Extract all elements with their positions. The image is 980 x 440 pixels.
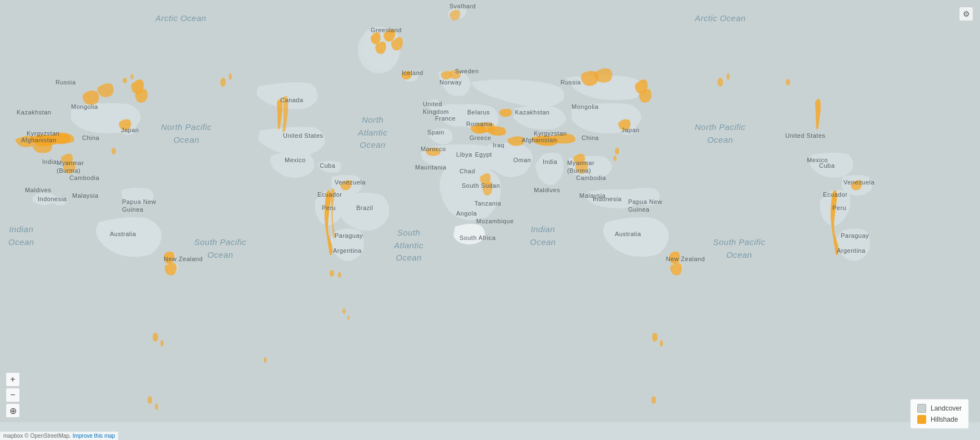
svg-point-22 — [726, 73, 730, 80]
svg-point-11 — [264, 357, 267, 363]
svg-point-20 — [130, 74, 134, 79]
svg-point-3 — [53, 197, 67, 206]
svg-point-5 — [330, 270, 334, 277]
svg-point-16 — [651, 396, 656, 404]
landcover-swatch — [917, 404, 926, 413]
hillshade-swatch — [917, 415, 926, 424]
reset-icon: ⊕ — [9, 406, 17, 416]
zoom-in-button[interactable]: + — [6, 372, 20, 387]
zoom-out-button[interactable]: − — [6, 388, 20, 402]
svg-point-17 — [220, 78, 226, 87]
svg-point-9 — [153, 333, 158, 342]
svg-rect-4 — [0, 422, 980, 440]
legend-item-hillshade: Hillshade — [917, 415, 962, 424]
settings-icon: ⚙ — [963, 9, 970, 18]
svg-point-2 — [32, 193, 57, 205]
svg-point-25 — [613, 156, 617, 161]
svg-point-12 — [148, 396, 152, 404]
attribution: mapbox © OpenStreetMap. Improve this map — [0, 432, 118, 440]
svg-point-26 — [112, 148, 116, 154]
legend-item-landcover: Landcover — [917, 404, 962, 413]
legend: Landcover Hillshade — [910, 399, 969, 429]
map-svg — [0, 0, 980, 440]
svg-point-7 — [342, 308, 346, 314]
svg-point-10 — [160, 340, 164, 347]
map-container: Arctic Ocean North PacificOcean South Pa… — [0, 0, 980, 440]
svg-point-19 — [123, 78, 127, 83]
landcover-label: Landcover — [931, 404, 962, 412]
svg-point-14 — [652, 333, 658, 342]
settings-button[interactable]: ⚙ — [959, 7, 973, 21]
svg-point-8 — [347, 316, 350, 320]
svg-point-23 — [786, 79, 790, 86]
map-controls: + − ⊕ — [6, 372, 20, 418]
zoom-in-icon: + — [10, 374, 15, 384]
zoom-out-icon: − — [10, 390, 15, 400]
improve-map-link[interactable]: Improve this map — [73, 433, 115, 439]
svg-point-6 — [338, 272, 341, 278]
svg-point-18 — [229, 73, 232, 80]
hillshade-label: Hillshade — [931, 416, 958, 423]
svg-point-13 — [155, 403, 158, 410]
attribution-text: mapbox © OpenStreetMap. — [3, 433, 73, 439]
svg-point-15 — [660, 340, 663, 347]
svg-point-21 — [718, 78, 723, 87]
svg-point-24 — [615, 148, 619, 154]
reset-view-button[interactable]: ⊕ — [6, 403, 20, 418]
